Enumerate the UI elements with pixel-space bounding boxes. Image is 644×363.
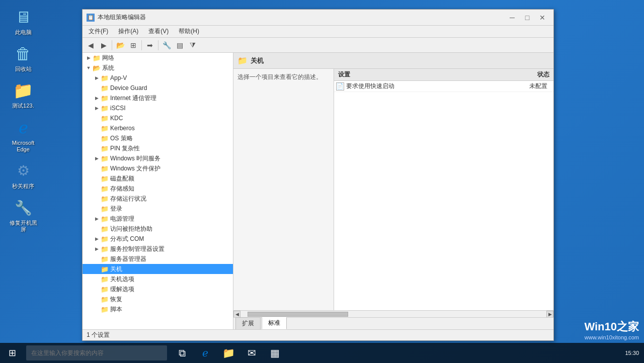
tree-label-network: 网络: [102, 54, 114, 62]
tree-item-shutdown-opt[interactable]: ▶ 📁 关机选项: [83, 274, 233, 284]
tree-item-internet-mgr[interactable]: ▶ 📁 Internet 通信管理: [83, 93, 233, 103]
window-icon: 📋: [87, 14, 95, 22]
expand-power-mgmt[interactable]: ▶: [93, 214, 101, 224]
toolbar-filter[interactable]: ⧩: [187, 39, 199, 51]
taskbar-mail[interactable]: ✉: [240, 343, 263, 363]
tree-item-login[interactable]: ▶ 📁 登录: [83, 204, 233, 214]
tree-item-shutdown[interactable]: ▶ 📁 关机: [83, 264, 233, 274]
menubar: 文件(F) 操作(A) 查看(V) 帮助(H): [83, 26, 553, 38]
tree-item-device-guard[interactable]: ▶ 📁 Device Guard: [83, 83, 233, 93]
desktop-icon-app[interactable]: ⚙ 秒关程序: [5, 159, 41, 192]
expand-network[interactable]: ▶: [85, 53, 93, 63]
taskbar-explorer[interactable]: 📁: [217, 343, 239, 363]
menu-view[interactable]: 查看(V): [144, 26, 173, 37]
desktop-icon-computer[interactable]: 🖥 此电脑: [5, 5, 41, 38]
tree-item-win-time[interactable]: ▶ 📁 Windows 时间服务: [83, 153, 233, 163]
folder-icon-iscsi: 📁: [101, 105, 109, 112]
tab-expand[interactable]: 扩展: [235, 317, 261, 329]
settings-header: 设置 状态: [334, 69, 553, 81]
tree-label-win-time: Windows 时间服务: [110, 154, 160, 163]
expand-system[interactable]: ▼: [85, 63, 93, 73]
expand-dist-com[interactable]: ▶: [93, 234, 101, 244]
tree-item-svc-mgr[interactable]: ▶ 📁 服务器管理器: [83, 254, 233, 264]
tree-item-iscsi[interactable]: ▶ 📁 iSCSI: [83, 103, 233, 113]
tree-item-cache-opt[interactable]: ▶ 📁 缓解选项: [83, 284, 233, 294]
menu-help[interactable]: 帮助(H): [175, 26, 203, 37]
toolbar-list[interactable]: ▤: [174, 39, 186, 51]
tree-item-recovery[interactable]: ▶ 📁 恢复: [83, 294, 233, 304]
tree-item-pin-complex[interactable]: ▶ 📁 PIN 复杂性: [83, 143, 233, 153]
taskbar-edge[interactable]: ℯ: [194, 343, 216, 363]
tree-label-appv: App-V: [110, 74, 127, 81]
tree-label-os-policy: OS 策略: [110, 134, 133, 143]
folder-icon-internet-mgr: 📁: [101, 95, 109, 102]
toolbar-up[interactable]: 📂: [114, 39, 126, 51]
tree-label-access-deny: 访问被拒绝协助: [110, 225, 152, 233]
settings-panel: 设置 状态 📄 要求使用快速启动 未配置: [334, 69, 553, 310]
minimize-button[interactable]: ─: [505, 11, 519, 25]
menu-file[interactable]: 文件(F): [85, 26, 112, 37]
folder-icon-kerberos: 📁: [101, 125, 109, 132]
tree-item-win-file[interactable]: ▶ 📁 Windows 文件保护: [83, 163, 233, 173]
tab-standard[interactable]: 标准: [262, 317, 287, 329]
start-button[interactable]: ⊞: [0, 343, 24, 363]
hscroll-track[interactable]: [248, 311, 539, 317]
expand-internet-mgr[interactable]: ▶: [93, 93, 101, 103]
folder-icon: 📁: [13, 81, 33, 100]
tree-panel[interactable]: ▶ 📁 网络 ▼ 📂 系统 ▶ 📁 App-V: [83, 53, 233, 329]
desktop-icon-repair[interactable]: 🔧 修复开机黑屏: [5, 196, 41, 235]
tree-label-scripts: 脚本: [110, 305, 122, 314]
tree-item-appv[interactable]: ▶ 📁 App-V: [83, 73, 233, 83]
scroll-right-arrow[interactable]: ▶: [546, 311, 553, 318]
folder-icon-device-guard: 📁: [101, 84, 109, 92]
taskbar-task-view[interactable]: ⧉: [171, 343, 193, 363]
expand-svc-ctrl[interactable]: ▶: [93, 244, 101, 254]
tree-item-os-policy[interactable]: ▶ 📁 OS 策略: [83, 133, 233, 143]
toolbar-forward[interactable]: ▶: [98, 39, 110, 51]
tree-label-system: 系统: [102, 64, 114, 72]
toolbar-export[interactable]: ➡: [144, 39, 156, 51]
desktop-icon-folder[interactable]: 📁 测试123.: [5, 78, 41, 111]
scroll-left-arrow[interactable]: ◀: [233, 311, 240, 318]
tree-item-power-mgmt[interactable]: ▶ 📁 电源管理: [83, 214, 233, 224]
expand-appv[interactable]: ▶: [93, 73, 101, 83]
repair-label: 修复开机黑屏: [7, 220, 39, 233]
tree-item-system[interactable]: ▼ 📂 系统: [83, 63, 233, 73]
window-title: 本地组策略编辑器: [98, 13, 505, 22]
tree-item-access-deny[interactable]: ▶ 📁 访问被拒绝协助: [83, 224, 233, 234]
tree-item-network[interactable]: ▶ 📁 网络: [83, 53, 233, 63]
menu-action[interactable]: 操作(A): [114, 26, 142, 37]
hscroll-thumb[interactable]: [248, 312, 348, 317]
tree-label-device-guard: Device Guard: [110, 84, 147, 92]
expand-iscsi[interactable]: ▶: [93, 103, 101, 113]
tree-label-login: 登录: [110, 205, 122, 213]
desktop-icon-recycle[interactable]: 🗑 回收站: [5, 42, 41, 74]
toolbar-grid[interactable]: ⊞: [127, 39, 139, 51]
tree-item-storage-sense[interactable]: ▶ 📁 存储感知: [83, 184, 233, 194]
toolbar-back[interactable]: ◀: [85, 39, 97, 51]
maximize-button[interactable]: □: [520, 11, 534, 25]
content-area: ▶ 📁 网络 ▼ 📂 系统 ▶ 📁 App-V: [83, 53, 553, 329]
tree-item-storage-run[interactable]: ▶ 📁 存储运行状况: [83, 194, 233, 204]
settings-row-state-0: 未配置: [511, 82, 551, 90]
tree-item-disk-mgmt[interactable]: ▶ 📁 磁盘配额: [83, 173, 233, 184]
right-scrollbar[interactable]: ◀ ▶: [233, 310, 553, 317]
taskbar-app[interactable]: ▦: [264, 343, 286, 363]
expand-win-time[interactable]: ▶: [93, 153, 101, 163]
tree-label-win-file: Windows 文件保护: [110, 164, 160, 173]
search-input[interactable]: [26, 345, 167, 360]
desktop-icon-edge[interactable]: ℯ Microsoft Edge: [5, 116, 41, 155]
right-content: 选择一个项目来查看它的描述。 设置 状态 📄 要求使用快速启动: [233, 69, 553, 310]
tree-item-kdc[interactable]: ▶ 📁 KDC: [83, 113, 233, 123]
settings-row-0[interactable]: 📄 要求使用快速启动 未配置: [334, 81, 553, 92]
folder-icon-kdc: 📁: [101, 115, 109, 122]
close-button[interactable]: ✕: [535, 11, 549, 25]
toolbar-settings[interactable]: 🔧: [160, 39, 173, 51]
tree-item-kerberos[interactable]: ▶ 📁 Kerberos: [83, 123, 233, 133]
tree-label-recovery: 恢复: [110, 295, 122, 304]
tree-item-dist-com[interactable]: ▶ 📁 分布式 COM: [83, 234, 233, 244]
tree-item-svc-ctrl[interactable]: ▶ 📁 服务控制管理器设置: [83, 244, 233, 254]
settings-row-icon-0: 📄: [336, 82, 344, 90]
tree-item-scripts[interactable]: ▶ 📁 脚本: [83, 304, 233, 314]
folder-icon-storage-run: 📁: [101, 195, 109, 203]
